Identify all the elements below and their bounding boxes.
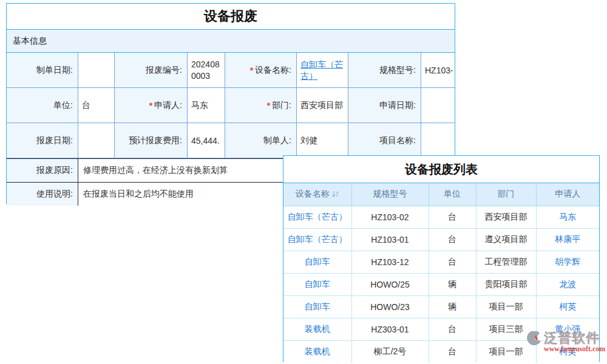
form-grid: 制单日期: 报废编号: 2024080003 *设备名称: 自卸车（芒古） 规格… [7, 53, 455, 158]
department-cell: 遵义项目部 [476, 228, 536, 251]
scrap-date-field[interactable] [78, 123, 115, 158]
table-row: 装载机 HZ303-01 台 项目三部 黄小强 [283, 318, 599, 340]
applicant-link[interactable]: 林康平 [555, 234, 580, 244]
unit-cell: 台 [429, 340, 476, 363]
spec-model-label: 规格型号: [348, 53, 421, 88]
spec-model-cell: HZ103-12 [351, 251, 429, 273]
device-name-link[interactable]: 自卸车（芒古） [300, 59, 345, 82]
spec-model-cell: HOWO/23 [351, 295, 429, 318]
spec-model-cell: HOWO/25 [351, 273, 429, 295]
estimated-cost-field[interactable]: 45,444. [188, 123, 225, 158]
unit-cell: 台 [429, 251, 476, 273]
col-spec-model: 规格型号 [351, 183, 429, 206]
estimated-cost-label: 预计报废费用: [115, 123, 188, 158]
device-name-field[interactable]: 自卸车（芒古） [297, 53, 348, 88]
unit-cell: 台 [429, 206, 476, 228]
make-date-label: 制单日期: [7, 53, 78, 88]
device-name-link[interactable]: 自卸车（芒古） [288, 212, 347, 221]
table-row: 自卸车（芒古） HZ103-02 台 西安项目部 马东 [283, 206, 599, 228]
spec-model-field[interactable]: HZ103- [421, 53, 455, 88]
applicant-link[interactable]: 黄小强 [555, 324, 580, 334]
table-row: 装载机 柳工/2号 台 项目一部 柯英 [283, 340, 599, 363]
scrap-reason-label: 报废原因: [7, 159, 78, 182]
department-cell: 项目一部 [476, 340, 536, 363]
department-cell: 项目三部 [476, 318, 536, 340]
unit-label: 单位: [7, 88, 78, 123]
applicant-link[interactable]: 柯英 [559, 302, 576, 311]
form-title: 设备报废 [7, 4, 455, 30]
spec-model-cell: HZ103-01 [351, 228, 429, 251]
table-row: 自卸车 HZ103-12 台 工程管理部 胡学辉 [283, 251, 599, 273]
make-date-field[interactable] [78, 53, 115, 88]
section-basic-info: 基本信息 [7, 30, 455, 53]
scrap-no-label: 报废编号: [115, 53, 188, 88]
scrap-date-label: 报废日期: [7, 123, 78, 158]
scrap-no-field[interactable]: 2024080003 [188, 53, 225, 88]
table-row: 自卸车 HOWO/25 辆 贵阳项目部 龙波 [283, 273, 599, 295]
list-header-row: 设备名称 规格型号 单位 部门 申请人 [283, 183, 599, 206]
table-row: 自卸车 HOWO/23 辆 项目一部 柯英 [283, 295, 599, 318]
unit-cell: 台 [429, 318, 476, 340]
department-label: *部门: [225, 88, 297, 123]
required-mark: * [250, 66, 253, 75]
maker-field[interactable]: 刘健 [297, 123, 348, 158]
sort-descending-icon[interactable] [332, 190, 339, 200]
department-cell: 西安项目部 [476, 206, 536, 228]
applicant-link[interactable]: 胡学辉 [555, 257, 580, 266]
project-name-label: 项目名称: [348, 123, 421, 158]
col-department: 部门 [476, 183, 536, 206]
unit-cell: 辆 [429, 273, 476, 295]
device-name-link[interactable]: 自卸车 [305, 302, 330, 311]
col-applicant: 申请人 [536, 183, 599, 206]
col-unit: 单位 [429, 183, 476, 206]
maker-label: 制单人: [225, 123, 297, 158]
usage-note-label: 使用说明: [7, 183, 78, 206]
apply-date-label: 申请日期: [348, 88, 421, 123]
device-name-label: *设备名称: [225, 53, 297, 88]
department-field[interactable]: 西安项目部 [297, 88, 348, 123]
unit-cell: 台 [429, 228, 476, 251]
device-name-link[interactable]: 装载机 [305, 346, 330, 356]
unit-cell: 辆 [429, 295, 476, 318]
spec-model-cell: HZ103-02 [351, 206, 429, 228]
applicant-link[interactable]: 马东 [559, 212, 576, 221]
applicant-field[interactable]: 马东 [188, 88, 225, 123]
spec-model-cell: HZ303-01 [351, 318, 429, 340]
required-mark: * [267, 101, 270, 110]
department-cell: 项目一部 [476, 295, 536, 318]
project-name-field[interactable] [421, 123, 455, 158]
department-cell: 工程管理部 [476, 251, 536, 273]
applicant-link[interactable]: 柯英 [559, 346, 576, 356]
list-title: 设备报废列表 [283, 156, 599, 183]
device-name-link[interactable]: 自卸车 [305, 257, 330, 266]
spec-model-cell: 柳工/2号 [351, 340, 429, 363]
department-cell: 贵阳项目部 [476, 273, 536, 295]
required-mark: * [149, 101, 152, 110]
device-name-link[interactable]: 自卸车 [305, 279, 330, 289]
applicant-label: *申请人: [115, 88, 188, 123]
apply-date-field[interactable] [421, 88, 455, 123]
table-row: 自卸车（芒古） HZ103-01 台 遵义项目部 林康平 [283, 228, 599, 251]
device-name-link[interactable]: 装载机 [305, 324, 330, 334]
device-name-link[interactable]: 自卸车（芒古） [288, 234, 347, 244]
equipment-scrap-list: 设备报废列表 设备名称 规格型号 单位 部门 申请人 自卸车（芒古） HZ103… [283, 155, 600, 362]
unit-field[interactable]: 台 [78, 88, 115, 123]
scrap-list-table: 设备名称 规格型号 单位 部门 申请人 自卸车（芒古） HZ103-02 台 西… [283, 183, 599, 363]
col-device-name[interactable]: 设备名称 [283, 183, 351, 206]
applicant-link[interactable]: 龙波 [559, 279, 576, 289]
